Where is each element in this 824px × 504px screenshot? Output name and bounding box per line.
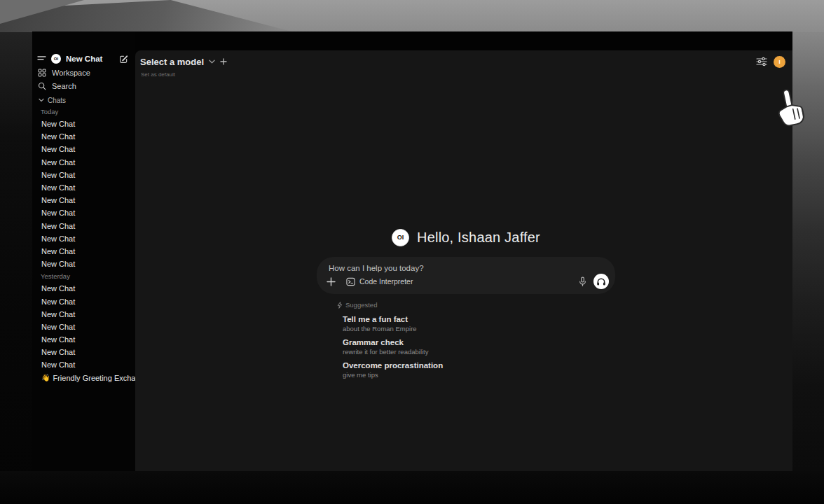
chat-list-item[interactable]: New Chat (32, 156, 135, 169)
attach-button[interactable] (325, 276, 336, 287)
app-logo-icon: OI (392, 229, 409, 246)
bolt-icon (337, 302, 343, 309)
desktop-wallpaper-bottom (0, 471, 824, 504)
suggestion-item[interactable]: Tell me a fun fact about the Roman Empir… (337, 315, 615, 332)
chat-list-item[interactable]: New Chat (32, 308, 135, 321)
suggested-section: Suggested Tell me a fun fact about the R… (317, 300, 615, 379)
greeting-text: Hello, Ishaan Jaffer (417, 230, 540, 246)
suggestion-title: Overcome procrastination (343, 361, 615, 370)
suggested-label: Suggested (345, 301, 377, 309)
suggestion-item[interactable]: Overcome procrastination give me tips (337, 361, 615, 379)
center-column: OI Hello, Ishaan Jaffer How can I help y… (317, 227, 615, 379)
message-composer[interactable]: How can I help you today? Code Interpret… (317, 257, 615, 294)
model-selector[interactable]: Select a model (140, 57, 204, 67)
add-model-icon[interactable] (220, 58, 227, 65)
headphones-icon (596, 277, 606, 286)
chat-list-item[interactable]: New Chat (32, 181, 135, 194)
chat-list-item[interactable]: New Chat (32, 358, 135, 371)
sidebar-header: OI New Chat (32, 51, 135, 66)
main-panel: Select a model I Set as default (135, 50, 792, 471)
desktop-wallpaper-right (792, 32, 824, 504)
sidebar-item-label: Workspace (52, 69, 90, 77)
chat-list-item[interactable]: New Chat (32, 220, 135, 232)
chat-list-item[interactable]: New Chat (32, 321, 135, 333)
suggestion-title: Grammar check (343, 338, 615, 346)
search-icon (38, 82, 46, 90)
chevron-down-icon[interactable] (209, 59, 215, 64)
chat-title: Friendly Greeting Exchange (53, 374, 148, 382)
sidebar: OI New Chat Workspace Search (32, 31, 135, 471)
wave-emoji-icon: 👋 (41, 374, 50, 382)
suggestion-subtitle: give me tips (343, 371, 615, 379)
message-input[interactable]: How can I help you today? (329, 264, 424, 272)
chat-list-item[interactable]: New Chat (32, 194, 135, 206)
chat-list-item[interactable]: New Chat (32, 232, 135, 245)
chat-list-item[interactable]: New Chat (32, 143, 135, 155)
chat-list-item[interactable]: New Chat (32, 169, 135, 181)
app-logo-icon: OI (51, 54, 61, 64)
sidebar-item-label: Search (52, 82, 76, 90)
code-interpreter-label: Code Interpreter (359, 277, 413, 286)
chat-groups: TodayNew ChatNew ChatNew ChatNew ChatNew… (32, 106, 135, 384)
mic-icon[interactable] (577, 275, 588, 288)
greeting: OI Hello, Ishaan Jaffer (317, 227, 615, 248)
suggested-header: Suggested (337, 300, 615, 309)
set-default-label[interactable]: Set as default (141, 71, 175, 78)
new-chat-icon[interactable] (119, 55, 128, 64)
composer-toolbar: Code Interpreter (325, 273, 609, 290)
chats-section-toggle[interactable]: Chats (32, 94, 135, 106)
app-window: OI New Chat Workspace Search (32, 31, 792, 471)
suggestion-title: Tell me a fun fact (343, 315, 615, 323)
chat-list-item[interactable]: New Chat (32, 245, 135, 258)
code-interpreter-toggle[interactable]: Code Interpreter (346, 277, 413, 286)
avatar[interactable]: I (774, 56, 785, 68)
chat-list-item-special[interactable]: 👋Friendly Greeting Exchange (32, 372, 135, 384)
suggestion-item[interactable]: Grammar check rewrite it for better read… (337, 338, 615, 356)
sidebar-item-workspace[interactable]: Workspace (32, 67, 135, 78)
terminal-icon (346, 277, 355, 286)
chat-list-item[interactable]: New Chat (32, 130, 135, 143)
main-topbar: Select a model I (140, 55, 785, 69)
sidebar-title: New Chat (66, 55, 102, 63)
chat-list-item[interactable]: New Chat (32, 346, 135, 358)
chevron-down-icon (39, 98, 44, 102)
chat-list-item[interactable]: New Chat (32, 258, 135, 270)
menu-icon[interactable] (37, 55, 46, 62)
grid-icon (38, 69, 46, 77)
chat-list-item[interactable]: New Chat (32, 118, 135, 130)
desktop-wallpaper-left (0, 32, 32, 504)
chat-list-item[interactable]: New Chat (32, 206, 135, 219)
suggestion-subtitle: rewrite it for better readability (343, 348, 615, 356)
sliders-icon[interactable] (756, 57, 767, 66)
desktop: OI New Chat Workspace Search (0, 0, 824, 504)
sidebar-item-search[interactable]: Search (32, 80, 135, 92)
chat-list-item[interactable]: New Chat (32, 333, 135, 346)
chat-group-label: Yesterday (32, 270, 135, 282)
chat-list-item[interactable]: New Chat (32, 282, 135, 295)
voice-mode-button[interactable] (593, 274, 609, 289)
suggestion-subtitle: about the Roman Empire (343, 325, 615, 332)
chat-group-label: Today (32, 106, 135, 118)
chats-section-label: Chats (48, 97, 66, 104)
chat-list-item[interactable]: New Chat (32, 295, 135, 307)
